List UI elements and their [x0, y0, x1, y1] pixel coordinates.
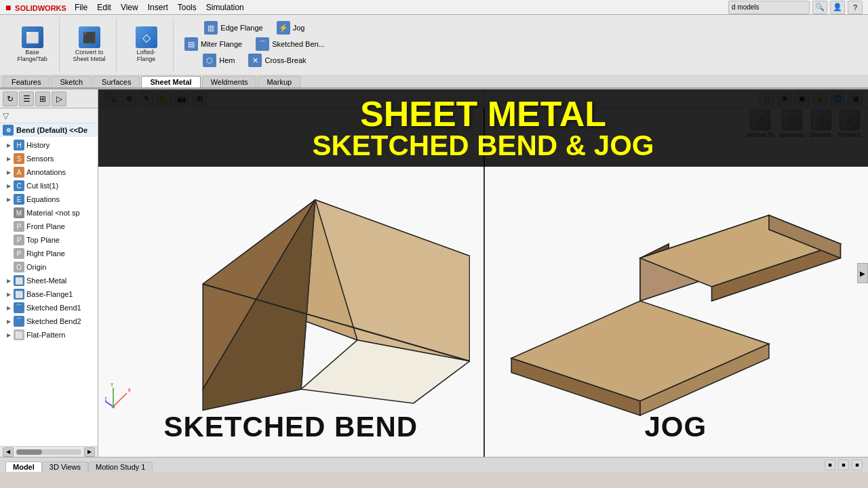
ribbon-tools: ⬜ Base Flange/Tab ⬛ Convert to Sheet Met… [0, 15, 868, 75]
sheet-metal-arrow: ▶ [5, 277, 12, 284]
sidebar-toolbar: ↻ ☰ ⊞ ▷ [0, 89, 98, 108]
tree-item-material[interactable]: ▶ M Material <not sp [0, 206, 98, 220]
help-button[interactable]: ? [848, 1, 863, 14]
jog-tool[interactable]: ⚡ Jog [274, 20, 308, 35]
tree-item-history[interactable]: ▶ H History [0, 138, 98, 152]
lofted-flange-tool[interactable]: ◇ Lofted-Flange [125, 25, 167, 64]
sketched-bend2-label: Sketched Bend2 [26, 317, 81, 325]
sketched-bend-tool[interactable]: ⌒ Sketched Ben... [253, 37, 328, 52]
sidebar-rotate-btn[interactable]: ↻ [3, 92, 18, 106]
sketched-bend2-icon: ⌒ [14, 316, 24, 327]
sidebar-tree-btn[interactable]: ⊞ [35, 92, 50, 106]
menu-bar: ■ SOLIDWORKS File Edit View Insert Tools… [0, 0, 868, 15]
viewport-collapse-btn[interactable]: ▶ [857, 263, 868, 283]
tree-item-cut-list[interactable]: ▶ C Cut list(1) [0, 179, 98, 192]
tree-item-sensors[interactable]: ▶ S Sensors [0, 152, 98, 165]
flat-pattern-arrow: ▶ [5, 331, 12, 338]
base-flange-tool[interactable]: ⬜ Base Flange/Tab [11, 25, 54, 64]
overlay-title: SHEET METAL SKETCHED BEND & JOG [98, 89, 868, 167]
miter-flange-tool[interactable]: ▤ Miter Flange [182, 37, 245, 52]
tree-item-annotations[interactable]: ▶ A Annotations [0, 165, 98, 179]
tree-item-sketched-bend2[interactable]: ▶ ⌒ Sketched Bend2 [0, 314, 98, 328]
tab-sheet-metal[interactable]: Sheet Metal [141, 76, 200, 87]
cross-break-label: Cross-Break [264, 56, 306, 64]
tab-features[interactable]: Features [3, 76, 50, 87]
menu-view[interactable]: View [121, 3, 138, 12]
sketched-bend-3d [119, 144, 470, 424]
tab-sketch[interactable]: Sketch [51, 76, 92, 87]
status-bar: Model 3D Views Motion Study 1 ■ ■ ■ [0, 457, 868, 472]
status-tab-model[interactable]: Model [5, 462, 42, 472]
tree-item-front-plane[interactable]: ▶ P Front Plane [0, 220, 98, 233]
status-tab-motion-study[interactable]: Motion Study 1 [88, 462, 153, 472]
svg-text:X: X [128, 388, 132, 392]
ribbon-tab-bar: Features Sketch Surfaces Sheet Metal Wel… [0, 75, 868, 88]
menu-insert[interactable]: Insert [148, 3, 168, 12]
sketched-bend2-arrow: ▶ [5, 318, 12, 325]
sidebar-scroll: ◀ ▶ [0, 446, 98, 457]
svg-marker-7 [511, 301, 769, 401]
sensors-arrow: ▶ [5, 155, 12, 162]
equations-label: Equations [26, 195, 60, 203]
tree-item-sketched-bend1[interactable]: ▶ ⌒ Sketched Bend1 [0, 301, 98, 314]
status-btn-1[interactable]: ■ [825, 460, 835, 470]
lofted-icon: ◇ [136, 26, 157, 48]
status-tab-3d-views[interactable]: 3D Views [42, 462, 88, 472]
scroll-right-btn[interactable]: ▶ [84, 447, 95, 457]
tree-root[interactable]: ⚙ Bend (Default) <<De [0, 123, 98, 137]
sidebar-collapse-btn[interactable]: ▷ [52, 92, 66, 106]
right-plane-label: Right Plane [26, 249, 65, 258]
sensors-icon: S [14, 153, 24, 164]
status-btn-3[interactable]: ■ [852, 460, 863, 470]
search-button[interactable]: 🔍 [812, 1, 827, 14]
edge-flange-tool[interactable]: ▥ Edge Flange [201, 20, 265, 35]
sketched-bend-label: Sketched Ben... [272, 40, 325, 48]
jog-3d [497, 144, 855, 430]
tree-item-right-plane[interactable]: ▶ P Right Plane [0, 247, 98, 260]
origin-label: Origin [26, 263, 46, 271]
hem-tool[interactable]: ⬡ Hem [200, 53, 237, 68]
root-icon: ⚙ [3, 125, 14, 136]
tree-item-origin[interactable]: ▶ O Origin [0, 260, 98, 274]
convert-group: ⬛ Convert to Sheet Metal [62, 18, 117, 72]
sheet-metal-icon: ⬜ [14, 275, 24, 286]
flat-pattern-label: Flat-Pattern [26, 331, 65, 339]
convert-icon: ⬛ [79, 26, 100, 48]
top-plane-icon: P [14, 235, 24, 245]
tree-item-base-flange1[interactable]: ▶ ⬜ Base-Flange1 [0, 287, 98, 301]
app-logo: ■ SOLIDWORKS [5, 2, 66, 13]
ribbon: ⬜ Base Flange/Tab ⬛ Convert to Sheet Met… [0, 15, 868, 89]
menu-file[interactable]: File [75, 3, 87, 12]
sidebar-list-btn[interactable]: ☰ [19, 92, 34, 106]
user-button[interactable]: 👤 [830, 1, 845, 14]
menu-edit[interactable]: Edit [97, 3, 111, 12]
menu-tools[interactable]: Tools [178, 3, 197, 12]
sensors-label: Sensors [26, 155, 54, 163]
lofted-label: Lofted-Flange [127, 49, 165, 63]
material-label: Material <not sp [26, 209, 80, 217]
svg-line-15 [113, 393, 127, 407]
convert-to-sheet-metal-tool[interactable]: ⬛ Convert to Sheet Metal [68, 25, 111, 64]
tree-item-flat-pattern[interactable]: ▶ ⬜ Flat-Pattern [0, 328, 98, 342]
tab-markup[interactable]: Markup [258, 76, 300, 87]
hem-icon: ⬡ [203, 54, 216, 67]
title-sub: SKETCHED BEND & JOG [112, 131, 854, 160]
tree-item-top-plane[interactable]: ▶ P Top Plane [0, 233, 98, 247]
main-area: ↻ ☰ ⊞ ▷ ▽ ⚙ Bend (Default) <<De ▶ H Hist… [0, 89, 868, 457]
tab-weldments[interactable]: Weldments [202, 76, 257, 87]
edge-flange-icon: ▥ [204, 21, 218, 35]
menu-simulation[interactable]: Simulation [206, 3, 244, 12]
sidebar: ↻ ☰ ⊞ ▷ ▽ ⚙ Bend (Default) <<De ▶ H Hist… [0, 89, 98, 457]
tree-item-equations[interactable]: ▶ E Equations [0, 192, 98, 206]
tree-item-sheet-metal[interactable]: ▶ ⬜ Sheet-Metal [0, 274, 98, 287]
status-btn-2[interactable]: ■ [838, 460, 849, 470]
edge-flange-label: Edge Flange [220, 24, 262, 32]
search-models-input[interactable]: d models [728, 1, 810, 14]
cross-break-tool[interactable]: ✕ Cross-Break [245, 53, 309, 68]
tab-surfaces[interactable]: Surfaces [93, 76, 140, 87]
scroll-left-btn[interactable]: ◀ [3, 447, 14, 457]
jog-icon: ⚡ [277, 21, 290, 35]
axes-indicator: X Y Z [105, 382, 132, 416]
bend-tools-group: ▥ Edge Flange ⚡ Jog ▤ Miter Flange ⌒ Ske… [176, 18, 333, 72]
svg-point-21 [112, 405, 115, 409]
